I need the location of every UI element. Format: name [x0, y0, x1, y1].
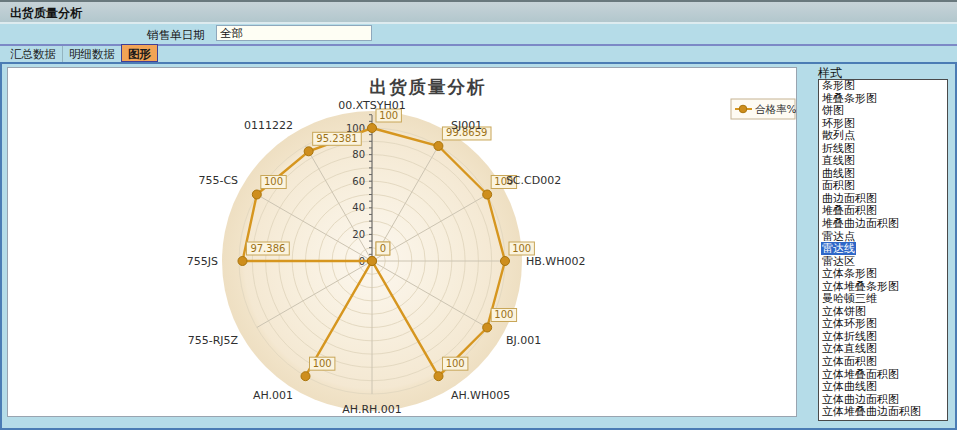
svg-text:AH.RH.001: AH.RH.001: [342, 403, 401, 416]
svg-text:SJ001: SJ001: [451, 119, 482, 132]
tab-detail-data[interactable]: 明细数据: [63, 46, 121, 62]
style-listbox[interactable]: 条形图堆叠条形图饼图环形图散列点折线图直线图曲线图面积图曲边面积图堆叠面积图堆叠…: [818, 79, 948, 421]
svg-text:AH.WH005: AH.WH005: [451, 389, 510, 402]
axis-tick-label: 40: [352, 202, 365, 213]
chart-legend: 合格率%: [731, 99, 796, 119]
svg-text:AH.001: AH.001: [253, 389, 293, 402]
style-option[interactable]: 散列点: [819, 130, 947, 143]
style-option[interactable]: 立体曲线图: [819, 381, 947, 394]
style-option[interactable]: 曼哈顿三维: [819, 293, 947, 306]
style-option[interactable]: 立体条形图: [819, 268, 947, 281]
radar-chart: 02040608010010099.8659100100100100010009…: [8, 68, 796, 416]
svg-text:100: 100: [512, 243, 531, 254]
svg-text:SC.CD002: SC.CD002: [506, 174, 561, 187]
window-title-bar: 出货质量分析: [0, 0, 957, 22]
svg-text:0111222: 0111222: [244, 119, 293, 132]
chart-title: 出货质量分析: [370, 77, 487, 97]
style-side-panel: 样式 条形图堆叠条形图饼图环形图散列点折线图直线图曲线图面积图曲边面积图堆叠面积…: [802, 64, 953, 428]
style-option[interactable]: 条形图: [819, 80, 947, 93]
svg-text:BJ.001: BJ.001: [506, 334, 541, 347]
tab-summary-data[interactable]: 汇总数据: [4, 46, 63, 62]
svg-text:100: 100: [446, 358, 465, 369]
sales-date-input[interactable]: [216, 25, 372, 41]
page-title: 出货质量分析: [10, 5, 82, 22]
style-option-selected[interactable]: 雷达线: [819, 243, 947, 256]
svg-text:755JS: 755JS: [187, 255, 218, 268]
chart-panel: 02040608010010099.8659100100100100010009…: [7, 67, 797, 417]
axis-tick-label: 20: [352, 229, 365, 240]
app-window: 出货质量分析 销售单日期 汇总数据 明细数据 图形 02040608010010…: [0, 0, 957, 430]
filter-row: 销售单日期: [0, 24, 957, 44]
legend-marker-icon: [739, 105, 747, 113]
axis-tick-label: 80: [352, 149, 365, 160]
axis-tick-label: 60: [352, 176, 365, 187]
style-option[interactable]: 立体面积图: [819, 356, 947, 369]
svg-text:0: 0: [380, 243, 386, 254]
tab-control: 汇总数据 明细数据 图形 02040608010010099.865910010…: [0, 44, 957, 430]
svg-text:97.386: 97.386: [250, 243, 285, 254]
tab-graph[interactable]: 图形: [121, 44, 158, 62]
sales-date-label: 销售单日期: [147, 28, 205, 43]
style-option[interactable]: 直线图: [819, 155, 947, 168]
svg-text:HB.WH002: HB.WH002: [526, 255, 585, 268]
tab-content: 02040608010010099.8659100100100100010009…: [0, 62, 957, 430]
legend-label: 合格率%: [755, 103, 796, 115]
svg-text:755-RJ5Z: 755-RJ5Z: [188, 334, 239, 347]
svg-text:95.2381: 95.2381: [316, 133, 357, 144]
style-option[interactable]: 立体堆叠曲边面积图: [819, 406, 947, 419]
svg-text:100: 100: [313, 358, 332, 369]
svg-text:755-CS: 755-CS: [198, 174, 238, 187]
tab-strip: 汇总数据 明细数据 图形: [0, 46, 957, 62]
svg-text:00.XTSYH01: 00.XTSYH01: [338, 99, 406, 112]
style-option[interactable]: 堆叠曲边面积图: [819, 218, 947, 231]
style-option[interactable]: 饼图: [819, 105, 947, 118]
svg-text:100: 100: [494, 309, 513, 320]
svg-text:100: 100: [264, 176, 283, 187]
